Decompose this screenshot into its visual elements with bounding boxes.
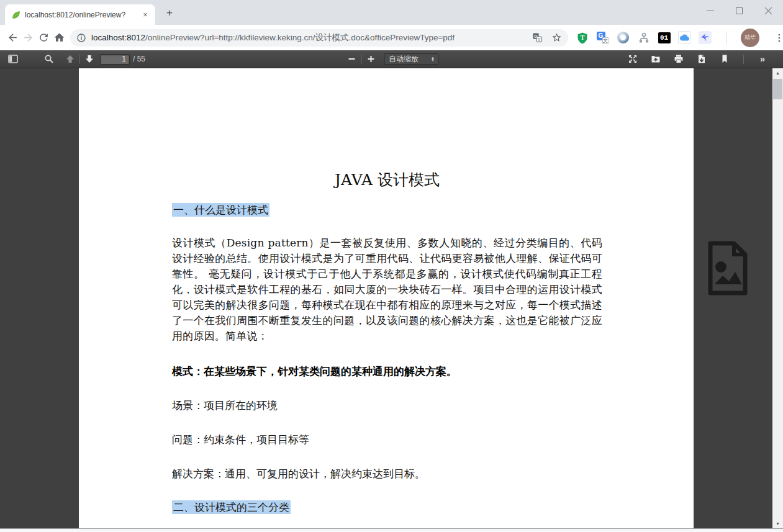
minimize-icon [707, 11, 714, 11]
problem-line: 问题：约束条件，项目目标等 [172, 433, 602, 447]
print-icon [674, 54, 684, 64]
presentation-mode-button[interactable] [626, 52, 640, 66]
print-button[interactable] [672, 52, 686, 66]
download-icon [697, 54, 707, 64]
pdf-toolbar: / 55 自动缩放 ▲▼ [0, 50, 783, 68]
window-minimize-button[interactable] [695, 0, 725, 21]
sidebar-toggle-button[interactable] [6, 52, 20, 66]
spring-leaf-favicon [11, 10, 21, 20]
search-icon [44, 54, 54, 64]
bird-icon [700, 33, 710, 42]
bird-extension-button[interactable] [699, 31, 712, 44]
forward-button[interactable] [22, 29, 34, 47]
cloud-icon [680, 33, 689, 42]
info-icon[interactable] [76, 33, 86, 43]
solution-line: 解决方案：通用、可复用的设计，解决约束达到目标。 [172, 467, 602, 481]
badge-01-extension-button[interactable]: 01 [658, 31, 671, 44]
browser-tab[interactable]: localhost:8012/onlinePreview? × [5, 4, 155, 25]
next-page-button[interactable] [83, 52, 96, 66]
cloud-extension-button[interactable] [678, 31, 691, 44]
translate-wen: 文 [602, 37, 609, 44]
download-button[interactable] [695, 52, 708, 66]
pattern-definition-line: 模式：在某些场景下，针对某类问题的某种通用的解决方案。 [172, 364, 602, 379]
back-icon [7, 32, 19, 43]
ring-icon [617, 32, 629, 43]
window-close-button[interactable] [754, 0, 783, 21]
pdf-toolbar-center: 自动缩放 ▲▼ [345, 50, 438, 68]
sitemap-extension-button[interactable] [637, 31, 650, 44]
translate-extension-button[interactable]: G 文 [596, 31, 609, 44]
open-file-button[interactable] [649, 52, 663, 66]
reload-button[interactable] [38, 29, 50, 47]
sitemap-icon [638, 32, 650, 44]
broken-image-icon [707, 241, 749, 295]
scene-line: 场景：项目所在的环境 [172, 399, 602, 413]
back-button[interactable] [7, 29, 19, 47]
browser-menu-button[interactable]: ⋮ [773, 32, 783, 43]
url-host: localhost:8012 [91, 33, 145, 42]
toolbar-separator [361, 55, 361, 64]
maximize-icon [736, 7, 743, 14]
ring-extension-button[interactable] [617, 31, 630, 44]
bookmark-view-button[interactable] [718, 52, 731, 66]
document-content: JAVA 设计模式 一、什么是设计模式 设计模式（Design pattern）… [79, 68, 694, 528]
address-bar: localhost:8012/onlinePreview?url=http://… [0, 25, 783, 50]
scroll-up-button[interactable]: ▲ [772, 68, 783, 78]
page-down-icon [84, 54, 94, 64]
previous-page-button[interactable] [63, 52, 77, 66]
reload-icon [38, 32, 50, 43]
home-icon [53, 32, 65, 43]
zoom-in-button[interactable] [364, 52, 378, 66]
search-button[interactable] [42, 52, 56, 66]
pdf-toolbar-right: » [626, 50, 769, 68]
select-arrows-icon: ▲▼ [431, 56, 435, 61]
section1-heading: 一、什么是设计模式 [172, 203, 602, 217]
scroll-down-button[interactable]: ▼ [772, 519, 783, 528]
bookmark-star-icon[interactable] [551, 32, 562, 43]
window-controls [695, 0, 783, 21]
tab-close-icon[interactable]: × [140, 10, 150, 20]
zoom-level-select[interactable]: 自动缩放 ▲▼ [384, 53, 438, 65]
svg-text:T: T [580, 34, 584, 41]
more-tools-button[interactable]: » [756, 52, 769, 66]
zoom-level-value: 自动缩放 [389, 54, 419, 65]
omnibox[interactable]: localhost:8012/onlinePreview?url=http://… [70, 29, 568, 47]
url-text[interactable]: localhost:8012/onlinePreview?url=http://… [91, 32, 527, 43]
page-up-icon [65, 54, 75, 64]
toolbar-separator [79, 55, 80, 64]
presentation-mode-icon [628, 54, 638, 64]
window-maximize-button[interactable] [725, 0, 754, 21]
open-file-icon [651, 54, 661, 64]
toolbar-separator [743, 55, 744, 64]
extension-row: T G 文 01 [576, 29, 783, 47]
sidebar-toggle-icon [8, 54, 18, 64]
toolbar-divider [726, 32, 727, 44]
tab-strip: localhost:8012/onlinePreview? × + [0, 0, 783, 25]
forward-icon [22, 32, 34, 43]
shield-extension-button[interactable]: T [576, 31, 589, 44]
translate-page-icon[interactable]: G 文 [532, 32, 543, 43]
window-bottom-edge [0, 528, 783, 532]
section1-paragraph: 设计模式（Design pattern）是一套被反复使用、多数人知晓的、经过分类… [172, 235, 602, 344]
scrollbar-thumb[interactable] [773, 79, 782, 99]
new-tab-button[interactable]: + [161, 7, 178, 20]
zoom-out-icon [346, 54, 356, 64]
zoom-in-icon [366, 54, 376, 64]
vertical-scrollbar[interactable]: ▲ ▼ [772, 68, 783, 528]
pdf-viewer-area: JAVA 设计模式 一、什么是设计模式 设计模式（Design pattern）… [0, 68, 783, 528]
close-icon [764, 7, 772, 15]
url-path: /onlinePreview?url=http://kkfileview.kek… [145, 33, 455, 42]
shield-icon: T [576, 32, 589, 44]
home-button[interactable] [53, 29, 65, 47]
tab-title: localhost:8012/onlinePreview? [25, 11, 137, 19]
pdf-toolbar-left: / 55 [6, 50, 145, 68]
profile-avatar[interactable]: 精华 [741, 29, 759, 47]
zoom-out-button[interactable] [345, 52, 358, 66]
highlighted-text: 二、设计模式的三个分类 [172, 500, 291, 514]
svg-text:文: 文 [537, 37, 541, 42]
omnibox-actions: G 文 [532, 32, 562, 43]
page-number-input[interactable] [100, 54, 130, 65]
section2-heading: 二、设计模式的三个分类 [172, 500, 602, 515]
pdf-page: JAVA 设计模式 一、什么是设计模式 设计模式（Design pattern）… [79, 68, 694, 528]
translate-extension-icon: G 文 [597, 32, 609, 44]
